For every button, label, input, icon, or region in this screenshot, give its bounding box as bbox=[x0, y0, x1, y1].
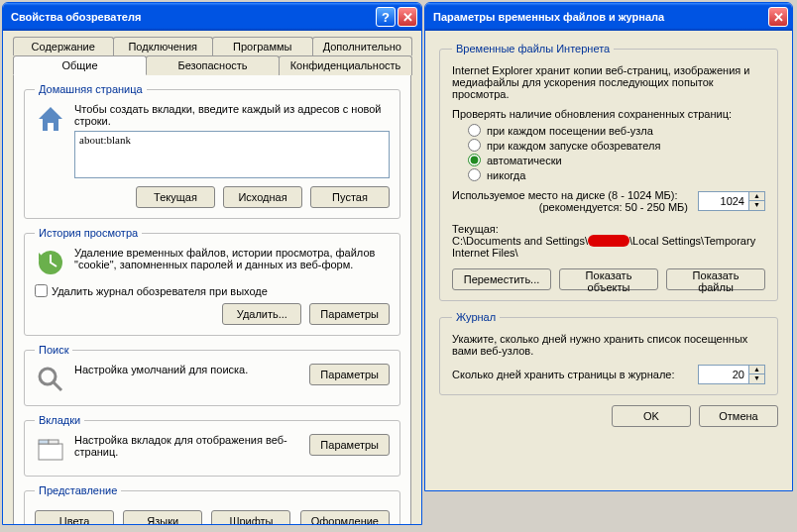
history-icon bbox=[35, 247, 66, 278]
svg-point-2 bbox=[40, 369, 56, 384]
home-page-legend: Домашняя страница bbox=[35, 83, 147, 95]
svg-rect-5 bbox=[39, 440, 49, 444]
close-button[interactable]: ✕ bbox=[398, 7, 417, 27]
current-location-label: Текущая: bbox=[452, 223, 765, 235]
svg-line-3 bbox=[54, 382, 61, 390]
internet-options-window: Свойства обозревателя ? ✕ Содержание Под… bbox=[2, 2, 422, 525]
window-title: Свойства обозревателя bbox=[11, 11, 374, 23]
cancel-button[interactable]: Отмена bbox=[699, 405, 778, 427]
delete-button[interactable]: Удалить... bbox=[222, 303, 301, 325]
days-label: Сколько дней хранить страницы в журнале: bbox=[452, 369, 688, 380]
home-page-input[interactable] bbox=[74, 131, 390, 178]
radio-automatic[interactable]: автоматически bbox=[468, 154, 765, 166]
journal-group: Журнал Укажите, сколько дней нужно храни… bbox=[439, 311, 778, 395]
disk-space-label: Используемое место на диске (8 - 1024 МБ… bbox=[452, 189, 688, 201]
tab-security[interactable]: Безопасность bbox=[146, 55, 280, 75]
check-updates-label: Проверять наличие обновления сохраненных… bbox=[452, 108, 765, 120]
home-icon bbox=[35, 103, 66, 135]
use-current-button[interactable]: Текущая bbox=[136, 186, 215, 208]
tif-legend: Временные файлы Интернета bbox=[452, 43, 614, 54]
history-days-input[interactable] bbox=[699, 369, 748, 380]
journal-desc: Укажите, сколько дней нужно хранить спис… bbox=[452, 333, 765, 357]
view-objects-button[interactable]: Показать объекты bbox=[559, 268, 658, 290]
spin-up[interactable]: ▲ bbox=[748, 192, 764, 201]
search-icon bbox=[35, 364, 66, 395]
disk-space-recommended: (рекомендуется: 50 - 250 МБ) bbox=[452, 201, 688, 213]
colors-button[interactable]: Цвета bbox=[35, 510, 114, 525]
tab-programs[interactable]: Программы bbox=[212, 37, 313, 55]
radio-never[interactable]: никогда bbox=[468, 168, 765, 181]
svg-rect-6 bbox=[49, 440, 58, 444]
tab-general[interactable]: Общие bbox=[13, 55, 147, 75]
home-page-desc: Чтобы создать вкладки, введите каждый из… bbox=[74, 103, 382, 127]
tif-intro: Internet Explorer хранит копии веб-стран… bbox=[452, 64, 765, 100]
svg-rect-0 bbox=[48, 123, 54, 131]
current-location-path: C:\Documents and Settings\xxxx\Local Set… bbox=[452, 235, 765, 259]
spin-up[interactable]: ▲ bbox=[748, 366, 764, 374]
history-settings-button[interactable]: Параметры bbox=[309, 303, 390, 325]
disk-space-spinner[interactable]: ▲▼ bbox=[698, 191, 765, 211]
search-desc: Настройка умолчаний для поиска. bbox=[74, 364, 301, 375]
temp-files-settings-window: Параметры временных файлов и журнала ✕ В… bbox=[424, 2, 793, 491]
titlebar: Свойства обозревателя ? ✕ bbox=[3, 3, 421, 31]
search-settings-button[interactable]: Параметры bbox=[309, 364, 390, 385]
view-files-button[interactable]: Показать файлы bbox=[666, 268, 765, 290]
tab-advanced[interactable]: Дополнительно bbox=[312, 37, 413, 55]
disk-space-input[interactable] bbox=[699, 195, 748, 207]
radio-every-start[interactable]: при каждом запуске обозревателя bbox=[468, 139, 765, 152]
appearance-group: Представление Цвета Языки Шрифты Оформле… bbox=[24, 484, 400, 525]
history-group: История просмотра Удаление временных фай… bbox=[24, 227, 400, 336]
fonts-button[interactable]: Шрифты bbox=[211, 510, 290, 525]
search-group: Поиск Настройка умолчаний для поиска. Па… bbox=[24, 344, 400, 406]
delete-on-exit-checkbox[interactable]: Удалить журнал обозревателя при выходе bbox=[35, 284, 390, 297]
spin-down[interactable]: ▼ bbox=[748, 201, 764, 210]
tab-privacy[interactable]: Конфиденциальность bbox=[279, 55, 412, 75]
spin-down[interactable]: ▼ bbox=[748, 374, 764, 383]
use-blank-button[interactable]: Пустая bbox=[310, 186, 390, 208]
close-button[interactable]: ✕ bbox=[768, 7, 788, 27]
help-button[interactable]: ? bbox=[376, 7, 396, 27]
accessibility-button[interactable]: Оформление bbox=[300, 510, 390, 525]
history-legend: История просмотра bbox=[35, 227, 142, 239]
tabs-icon bbox=[35, 434, 66, 466]
svg-rect-4 bbox=[39, 444, 62, 460]
appearance-legend: Представление bbox=[35, 484, 121, 496]
tabs-legend: Вкладки bbox=[35, 414, 84, 426]
search-legend: Поиск bbox=[35, 344, 72, 356]
tabs-desc: Настройка вкладок для отображения веб-ст… bbox=[74, 434, 301, 458]
redacted-username: xxxx bbox=[588, 235, 629, 247]
history-desc: Удаление временных файлов, истории просм… bbox=[74, 247, 390, 270]
history-days-spinner[interactable]: ▲▼ bbox=[698, 365, 765, 384]
journal-legend: Журнал bbox=[452, 311, 500, 323]
use-default-button[interactable]: Исходная bbox=[223, 186, 302, 208]
tabs-settings-button[interactable]: Параметры bbox=[309, 434, 390, 456]
languages-button[interactable]: Языки bbox=[123, 510, 202, 525]
tab-content[interactable]: Содержание bbox=[13, 37, 114, 55]
home-page-group: Домашняя страница Чтобы создать вкладки,… bbox=[24, 83, 400, 219]
move-folder-button[interactable]: Переместить... bbox=[452, 268, 551, 290]
ok-button[interactable]: OK bbox=[612, 405, 691, 427]
radio-every-visit[interactable]: при каждом посещении веб-узла bbox=[468, 124, 765, 137]
titlebar: Параметры временных файлов и журнала ✕ bbox=[425, 3, 792, 31]
tab-connections[interactable]: Подключения bbox=[113, 37, 214, 55]
window-title: Параметры временных файлов и журнала bbox=[433, 11, 766, 23]
tabs-group: Вкладки Настройка вкладок для отображени… bbox=[24, 414, 400, 477]
tab-panel-general: Домашняя страница Чтобы создать вкладки,… bbox=[13, 74, 411, 525]
temp-internet-files-group: Временные файлы Интернета Internet Explo… bbox=[439, 43, 778, 301]
